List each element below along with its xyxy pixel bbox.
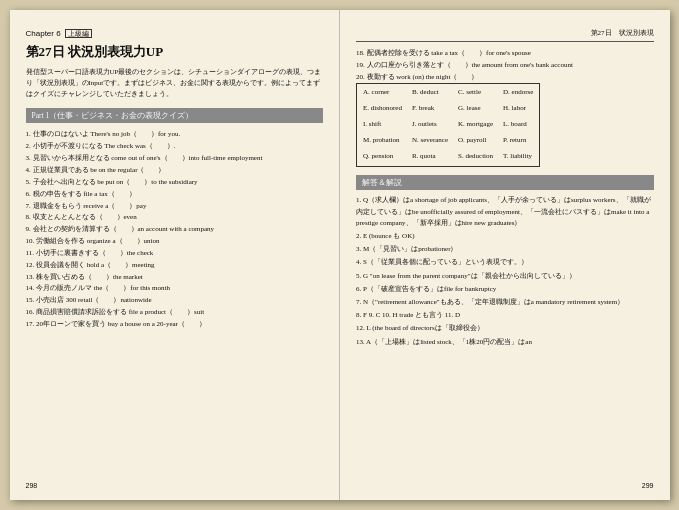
quiz-list: 1. 仕事のロはないよ There's no job（ ）for you.2. … [26,129,324,329]
list-item: 19. 人の口座から引き落とす（ ）the amount from one's … [356,60,654,71]
choice-cell: T. liability [499,150,537,164]
list-item: 6. 税の申告をする file a tax（ ） [26,189,324,200]
list-item: 5. 子会社へ出向となる be put on（ ）to the subsidia… [26,177,324,188]
choice-cell: S. deduction [454,150,497,164]
list-item: 17. 20年ローンで家を買う buy a house on a 20-year… [26,319,324,330]
list-item: 1. 仕事のロはないよ There's no job（ ）for you. [26,129,324,140]
choice-cell: D. endorse [499,86,537,100]
choice-cell: G. lease [454,102,497,116]
answer-item: 1. Q（求人欄）はa shortage of job applicants、「… [356,195,654,229]
answer-item: 12. L (the board of directorsは「取締役会） [356,323,654,334]
answer-item: 8. F 9. C 10. H trade とも言う 11. D [356,310,654,321]
list-item: 4. 正規従業員である be on the regular（ ） [26,165,324,176]
list-item: 2. 小切手が不渡りになる The check was（ ）. [26,141,324,152]
right-header: 第27日 状況別表現 [356,28,654,42]
chapter-number: Chapter 6 [26,29,61,38]
choice-cell: A. corner [359,86,406,100]
answer-header: 解答＆解説 [356,175,654,191]
page-number-left: 298 [26,481,38,492]
list-item: 16. 商品損害賠償請求訴訟をする file a product（ ）suit [26,307,324,318]
list-item: 8. 収支とんとんとなる（ ）even [26,212,324,223]
answer-item: 13. A（「上場株」はlisted stock、「1株20円の配当」はan [356,337,654,348]
choice-cell: B. deduct [408,86,452,100]
main-title: 第27日 状況別表現力UP [26,44,324,61]
continued-list: 18. 配偶者控除を受ける take a tax（ ）for one's spo… [356,48,654,83]
answer-item: 7. N（"retirement allowance"もある、「定年退職制度」は… [356,297,654,308]
choice-cell: N. severance [408,134,452,148]
chapter-label: Chapter 6 上級編 [26,28,324,40]
choice-cell: R. quota [408,150,452,164]
choice-cell: M. probation [359,134,406,148]
answer-item: 4. S（「従業員各個に配っている」という表現です。） [356,257,654,268]
choice-cell: F. break [408,102,452,116]
list-item: 15. 小売出店 300 retail（ ）nationwide [26,295,324,306]
list-item: 13. 株を買い占める（ ）the market [26,272,324,283]
choice-cell: O. payroll [454,134,497,148]
choice-cell: Q. pension [359,150,406,164]
choice-cell: H. labor [499,102,537,116]
answer-item: 6. P（「破産宣告をする」はfile for bankruptcy [356,284,654,295]
left-page: Chapter 6 上級編 第27日 状況別表現力UP 発信型スーパー口語表現力… [10,10,341,500]
list-item: 10. 労働組合を作る organize a（ ）union [26,236,324,247]
list-item: 18. 配偶者控除を受ける take a tax（ ）for one's spo… [356,48,654,59]
answer-item: 5. G "on lease from the parent company"は… [356,271,654,282]
right-page: 第27日 状況別表現 18. 配偶者控除を受ける take a tax（ ）fo… [340,10,670,500]
choice-cell: P. return [499,134,537,148]
intro-text: 発信型スーパー口語表現力UP最後のセクションは、シチューションダイアローグの表現… [26,67,324,100]
chapter-bracket: 上級編 [65,29,92,38]
list-item: 14. 今月の販売ノルマ the（ ）for this month [26,283,324,294]
answer-item: 2. E (bounce も OK) [356,231,654,242]
choices-table: A. cornerB. deductC. settleD. endorseE. … [356,83,540,166]
list-item: 7. 退職金をもらう receive a（ ）pay [26,201,324,212]
choice-cell: I. shift [359,118,406,132]
answer-item: 3. M（「見習い」はprobationer） [356,244,654,255]
answer-text: 1. Q（求人欄）はa shortage of job applicants、「… [356,195,654,347]
list-item: 3. 見習いから本採用となる come out of one's（ ）into … [26,153,324,164]
choice-cell: E. dishonored [359,102,406,116]
part-header: Part 1（仕事・ビジネス・お金の表現クイズ） [26,108,324,124]
choice-cell: J. outlets [408,118,452,132]
list-item: 12. 役員会議を開く hold a（ ）meeting [26,260,324,271]
choice-cell: L. board [499,118,537,132]
choice-cell: K. mortgage [454,118,497,132]
list-item: 9. 会社との契約を清算する（ ）an account with a compa… [26,224,324,235]
page-number-right: 299 [642,481,654,492]
choice-cell: C. settle [454,86,497,100]
list-item: 20. 夜勤する work (on) the night（ ） [356,72,654,83]
list-item: 11. 小切手に裏書きする（ ）the check [26,248,324,259]
